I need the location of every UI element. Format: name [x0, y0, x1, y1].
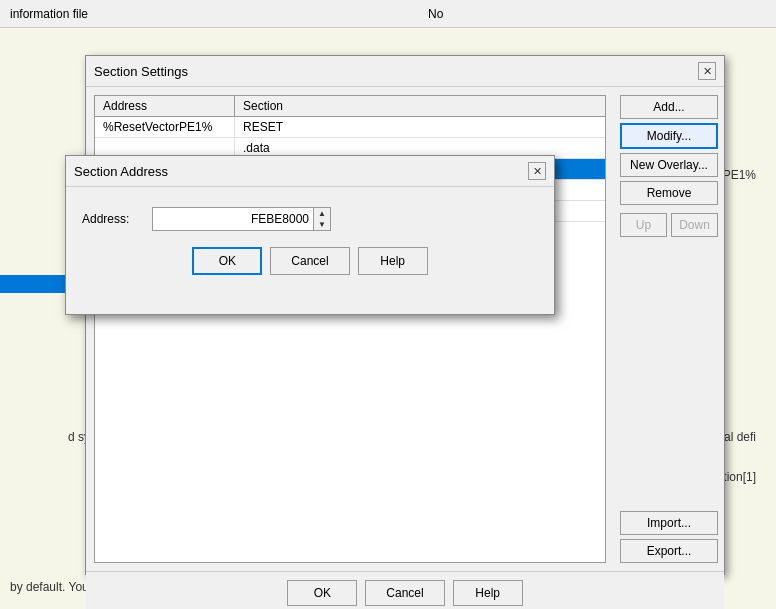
add-button[interactable]: Add...: [620, 95, 718, 119]
ss-cancel-button[interactable]: Cancel: [365, 580, 444, 606]
spacer: [620, 241, 718, 507]
section-settings-title: Section Settings: [94, 64, 188, 79]
section-settings-bottom: OK Cancel Help: [86, 571, 724, 609]
section-address-body: Address: ▲ ▼ OK Cancel Help: [66, 187, 554, 285]
bg-info-bar: information file No: [0, 0, 776, 28]
addr-ok-button[interactable]: OK: [192, 247, 262, 275]
spin-buttons: ▲ ▼: [313, 208, 330, 230]
addr-help-button[interactable]: Help: [358, 247, 428, 275]
address-input-wrapper: ▲ ▼: [152, 207, 331, 231]
remove-button[interactable]: Remove: [620, 181, 718, 205]
section-address-title: Section Address: [74, 164, 168, 179]
ss-ok-button[interactable]: OK: [287, 580, 357, 606]
section-address-dialog: Section Address ✕ Address: ▲ ▼ OK Cancel…: [65, 155, 555, 315]
section-settings-right: Add... Modify... New Overlay... Remove U…: [614, 87, 724, 571]
table-header: Address Section: [95, 96, 605, 117]
address-row: Address: ▲ ▼: [82, 207, 538, 231]
import-button[interactable]: Import...: [620, 511, 718, 535]
cell-address: %ResetVectorPE1%: [95, 117, 235, 137]
new-overlay-button[interactable]: New Overlay...: [620, 153, 718, 177]
table-row[interactable]: %ResetVectorPE1% RESET: [95, 117, 605, 138]
address-label: Address:: [82, 212, 142, 226]
section-address-close-button[interactable]: ✕: [528, 162, 546, 180]
up-button[interactable]: Up: [620, 213, 667, 237]
down-button[interactable]: Down: [671, 213, 718, 237]
up-down-row: Up Down: [620, 213, 718, 237]
section-settings-dialog: Section Settings ✕ Address Section %Rese…: [85, 55, 725, 575]
modify-button[interactable]: Modify...: [620, 123, 718, 149]
section-settings-close-button[interactable]: ✕: [698, 62, 716, 80]
address-dialog-buttons: OK Cancel Help: [82, 247, 538, 275]
ss-help-button[interactable]: Help: [453, 580, 523, 606]
addr-cancel-button[interactable]: Cancel: [270, 247, 349, 275]
spin-up-button[interactable]: ▲: [314, 208, 330, 219]
col-header-section: Section: [235, 96, 605, 116]
section-address-titlebar: Section Address ✕: [66, 156, 554, 187]
export-button[interactable]: Export...: [620, 539, 718, 563]
col-header-address: Address: [95, 96, 235, 116]
bg-blue-bar: [0, 275, 70, 293]
bg-info-label: information file: [10, 7, 88, 21]
spin-down-button[interactable]: ▼: [314, 219, 330, 230]
cell-section: RESET: [235, 117, 605, 137]
section-settings-titlebar: Section Settings ✕: [86, 56, 724, 87]
bg-info-value: No: [428, 7, 443, 21]
address-input[interactable]: [153, 208, 313, 230]
